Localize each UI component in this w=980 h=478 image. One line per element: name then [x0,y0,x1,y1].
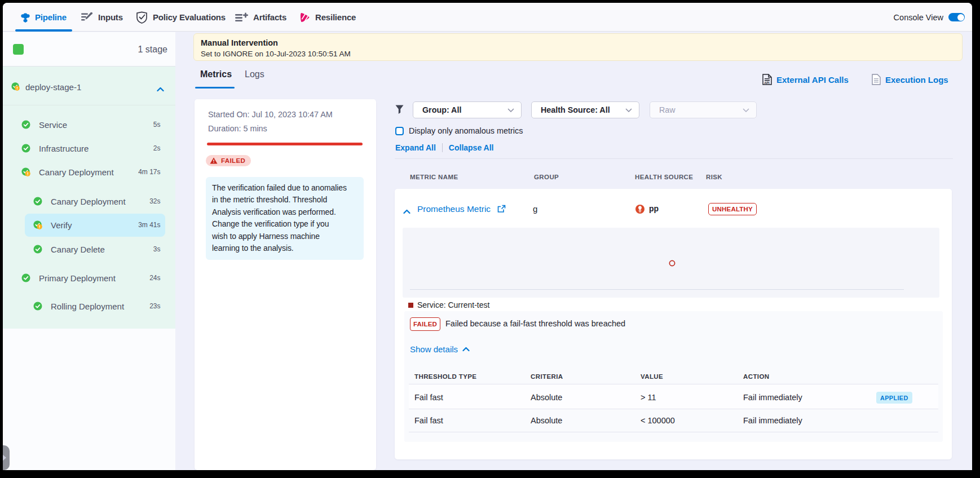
svg-text:API: API [764,81,770,85]
